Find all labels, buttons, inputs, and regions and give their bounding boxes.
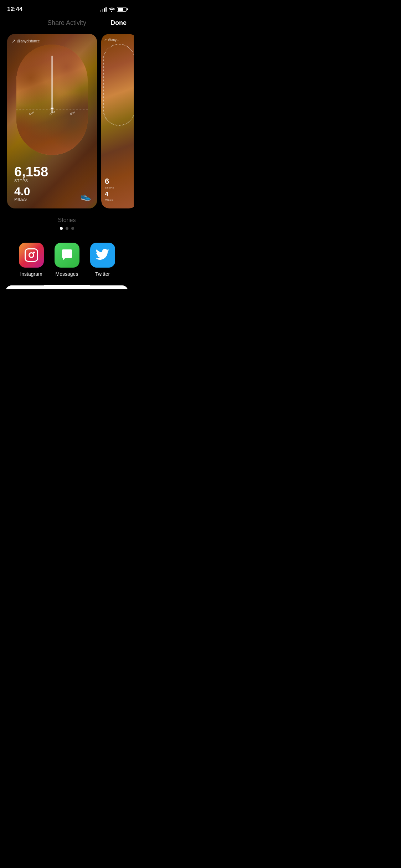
- status-bar: 12:44: [0, 0, 134, 16]
- cards-section: 6AM 12PM 6PM ↗ @anydistance 6,158 STEPS …: [0, 30, 134, 212]
- stories-label: Stories: [58, 217, 76, 223]
- messages-bubble-svg: [60, 248, 74, 263]
- instagram-share[interactable]: Instagram: [19, 243, 44, 277]
- twitter-label: Twitter: [95, 271, 110, 277]
- twitter-share[interactable]: Twitter: [90, 243, 115, 277]
- steps-value: 6,158: [14, 165, 48, 179]
- main-activity-card[interactable]: 6AM 12PM 6PM ↗ @anydistance 6,158 STEPS …: [7, 34, 97, 208]
- twitter-icon[interactable]: [90, 243, 115, 268]
- header: Share Activity Done: [0, 16, 134, 30]
- chart-bar: [52, 56, 53, 113]
- time-labels: 6AM 12PM 6PM: [16, 112, 88, 114]
- stats-section: 6,158 STEPS 4.0 MILES: [14, 165, 48, 201]
- card2-miles-label: MILES: [105, 198, 114, 201]
- messages-bubble-wrapper: [55, 243, 79, 268]
- share-buttons-row: Instagram Messages Twitter: [0, 236, 134, 285]
- messages-icon[interactable]: [55, 243, 79, 268]
- dot-3: [71, 227, 74, 230]
- secondary-activity-card[interactable]: ↗@any... 6 STEPS 4 MILES: [101, 34, 134, 208]
- page-dots: [60, 227, 74, 230]
- instagram-icon[interactable]: [19, 243, 44, 268]
- shoe-icon: 👟: [81, 191, 91, 201]
- card2-stats: 6 STEPS 4 MILES: [105, 177, 114, 201]
- miles-label: MILES: [14, 197, 48, 201]
- status-icons: [100, 7, 127, 12]
- dot-1: [60, 227, 63, 230]
- brand-arrow: ↗: [11, 38, 16, 44]
- chart-tick: [51, 108, 53, 109]
- messages-share[interactable]: Messages: [55, 243, 79, 277]
- card2-brand: ↗@any...: [104, 38, 119, 42]
- brand-name: @anydistance: [17, 39, 40, 43]
- instagram-label: Instagram: [20, 271, 42, 277]
- miles-value: 4.0: [14, 186, 48, 197]
- done-button[interactable]: Done: [110, 19, 127, 27]
- card-brand: ↗ @anydistance: [11, 38, 40, 44]
- oval-frame: 6AM 12PM 6PM: [16, 45, 88, 155]
- status-time: 12:44: [7, 6, 22, 13]
- messages-label: Messages: [56, 271, 78, 277]
- twitter-bird-svg: [96, 249, 110, 262]
- dot-2: [66, 227, 68, 230]
- card2-steps-label: STEPS: [105, 186, 114, 189]
- stories-section: Stories: [0, 212, 134, 236]
- instagram-dot: [33, 252, 35, 253]
- share-activity-title: Share Activity: [47, 19, 86, 27]
- signal-icon: [100, 7, 107, 12]
- instagram-camera-icon: [25, 248, 38, 262]
- wifi-icon: [109, 7, 115, 12]
- home-indicator: [44, 285, 90, 286]
- card2-miles: 4: [105, 191, 114, 198]
- battery-icon: [117, 7, 127, 12]
- card2-oval-outline: [103, 44, 134, 126]
- card2-steps: 6: [105, 177, 114, 186]
